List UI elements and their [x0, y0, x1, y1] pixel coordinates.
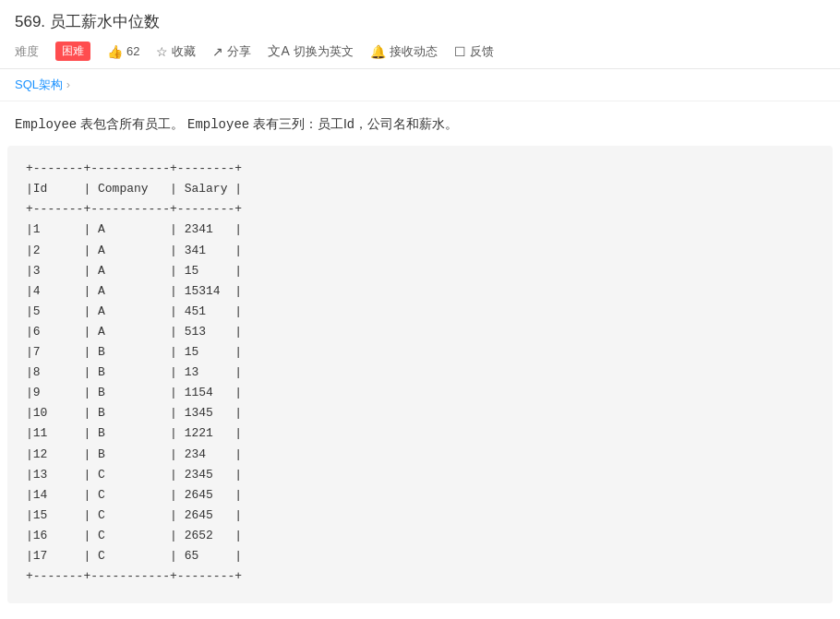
share-button[interactable]: ↗ 分享	[212, 43, 251, 60]
table-name-2: Employee	[187, 117, 249, 132]
collect-button[interactable]: ☆ 收藏	[156, 43, 196, 60]
notify-label: 接收动态	[390, 43, 438, 60]
difficulty-label: 难度	[15, 43, 39, 60]
feedback-label: 反馈	[470, 43, 494, 60]
translate-icon: 文A	[268, 43, 289, 60]
difficulty-badge: 困难	[55, 42, 90, 61]
share-label: 分享	[227, 43, 251, 60]
table-data: +-------+-----------+--------+ |Id | Com…	[26, 159, 814, 587]
star-icon: ☆	[156, 44, 168, 59]
feedback-button[interactable]: ☐ 反馈	[454, 43, 494, 60]
like-count: 62	[126, 44, 139, 58]
problem-title: 569. 员工薪水中位数	[15, 11, 825, 32]
breadcrumb[interactable]: SQL架构	[0, 69, 840, 101]
description: Employee 表包含所有员工。 Employee 表有三列：员工Id，公司名…	[0, 101, 840, 146]
bell-icon: 🔔	[370, 44, 386, 59]
like-icon: 👍	[107, 44, 123, 59]
collect-label: 收藏	[172, 43, 196, 60]
table-name-1: Employee	[15, 117, 77, 132]
page-header: 569. 员工薪水中位数 难度 困难 👍 62 ☆ 收藏 ↗ 分享 文A 切换为…	[0, 0, 840, 69]
problem-title-text: 员工薪水中位数	[50, 13, 160, 30]
notify-button[interactable]: 🔔 接收动态	[370, 43, 438, 60]
switch-label: 切换为英文	[294, 43, 354, 60]
like-button[interactable]: 👍 62	[107, 44, 139, 59]
switch-language-button[interactable]: 文A 切换为英文	[268, 43, 353, 60]
toolbar: 难度 困难 👍 62 ☆ 收藏 ↗ 分享 文A 切换为英文 🔔 接收动态 ☐ 反…	[15, 42, 825, 61]
share-icon: ↗	[212, 44, 223, 59]
feedback-icon: ☐	[454, 44, 466, 59]
problem-number: 569.	[15, 13, 45, 30]
table-section: +-------+-----------+--------+ |Id | Com…	[7, 146, 833, 603]
